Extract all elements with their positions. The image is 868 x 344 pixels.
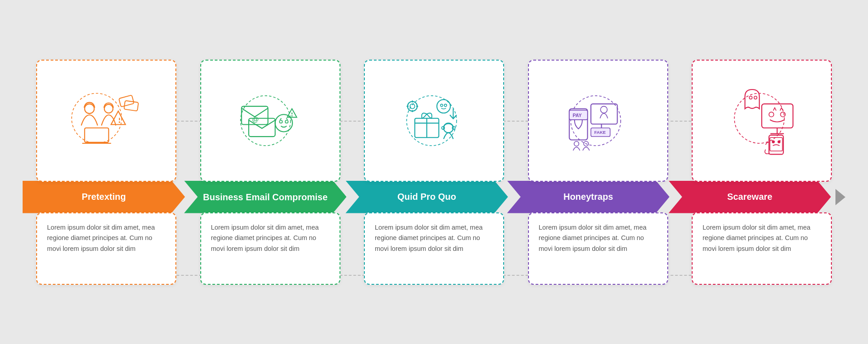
text-card-business-email: Lorem ipsum dolor sit dim amet, mea regi… bbox=[200, 212, 340, 285]
quid-pro-quo-icon bbox=[396, 82, 472, 159]
text-pretexting: Lorem ipsum dolor sit dim amet, mea regi… bbox=[47, 222, 165, 255]
text-scareware: Lorem ipsum dolor sit dim amet, mea regi… bbox=[703, 222, 821, 255]
chevron-label-scareware: Scareware bbox=[727, 192, 772, 202]
svg-point-29 bbox=[408, 101, 417, 111]
chevron-label-pretexting: Pretexting bbox=[82, 192, 126, 202]
business-email-icon: @ bbox=[232, 82, 309, 159]
svg-point-15 bbox=[285, 120, 288, 123]
icon-card-honeytraps: PAY FAKE bbox=[528, 60, 668, 182]
chevron-label-honeytraps: Honeytraps bbox=[563, 192, 613, 202]
svg-point-2 bbox=[104, 104, 113, 113]
svg-point-24 bbox=[444, 104, 447, 106]
scareware-icon bbox=[723, 82, 800, 159]
icon-card-quid-pro-quo bbox=[364, 60, 504, 182]
icon-card-business-email: @ bbox=[200, 60, 340, 182]
svg-rect-3 bbox=[85, 127, 108, 142]
svg-rect-50 bbox=[762, 104, 793, 127]
svg-point-35 bbox=[571, 95, 621, 146]
arrow-tip bbox=[835, 189, 845, 205]
bottom-row: Lorem ipsum dolor sit dim amet, mea regi… bbox=[23, 212, 845, 285]
svg-point-42 bbox=[600, 106, 607, 113]
svg-rect-56 bbox=[770, 137, 783, 151]
svg-rect-39 bbox=[591, 104, 617, 124]
svg-point-48 bbox=[749, 96, 752, 99]
text-card-honeytraps: Lorem ipsum dolor sit dim amet, mea regi… bbox=[528, 212, 668, 285]
chevron-label-business-email: Business Email Compromise bbox=[185, 192, 346, 203]
top-row: @ bbox=[23, 60, 845, 182]
svg-point-14 bbox=[279, 120, 282, 123]
arrow-row: Pretexting Business Email Compromise Qui… bbox=[23, 181, 845, 213]
svg-point-1 bbox=[85, 104, 94, 113]
chevron-label-quid-pro-quo: Quid Pro Quo bbox=[397, 192, 456, 202]
svg-text:@: @ bbox=[252, 116, 259, 123]
icon-card-pretexting bbox=[36, 60, 176, 182]
chevron-honeytraps: Honeytraps bbox=[507, 181, 670, 213]
text-quid-pro-quo: Lorem ipsum dolor sit dim amet, mea regi… bbox=[375, 222, 493, 255]
svg-point-23 bbox=[440, 104, 443, 106]
icon-card-scareware bbox=[692, 60, 832, 182]
svg-point-6 bbox=[119, 121, 120, 123]
infographic: @ bbox=[23, 60, 845, 285]
chevron-pretexting: Pretexting bbox=[23, 181, 185, 213]
honeytraps-icon: PAY FAKE bbox=[560, 82, 637, 159]
chevron-quid-pro-quo: Quid Pro Quo bbox=[345, 181, 508, 213]
chevron-scareware: Scareware bbox=[669, 181, 831, 213]
pretexting-icon bbox=[68, 82, 145, 159]
svg-text:PAY: PAY bbox=[572, 112, 581, 118]
chevron-business-email: Business Email Compromise bbox=[184, 181, 346, 213]
text-honeytraps: Lorem ipsum dolor sit dim amet, mea regi… bbox=[539, 222, 657, 255]
arrow-tip-container bbox=[831, 181, 845, 213]
text-card-pretexting: Lorem ipsum dolor sit dim amet, mea regi… bbox=[36, 212, 176, 285]
svg-text:FAKE: FAKE bbox=[594, 129, 605, 134]
svg-point-17 bbox=[291, 115, 292, 117]
text-card-quid-pro-quo: Lorem ipsum dolor sit dim amet, mea regi… bbox=[364, 212, 504, 285]
svg-point-9 bbox=[241, 95, 291, 146]
text-card-scareware: Lorem ipsum dolor sit dim amet, mea regi… bbox=[692, 212, 832, 285]
svg-point-45 bbox=[574, 141, 579, 146]
svg-point-49 bbox=[754, 96, 757, 99]
svg-point-53 bbox=[769, 112, 774, 117]
text-business-email: Lorem ipsum dolor sit dim amet, mea regi… bbox=[211, 222, 330, 255]
svg-point-54 bbox=[780, 112, 785, 117]
svg-point-22 bbox=[437, 99, 450, 113]
